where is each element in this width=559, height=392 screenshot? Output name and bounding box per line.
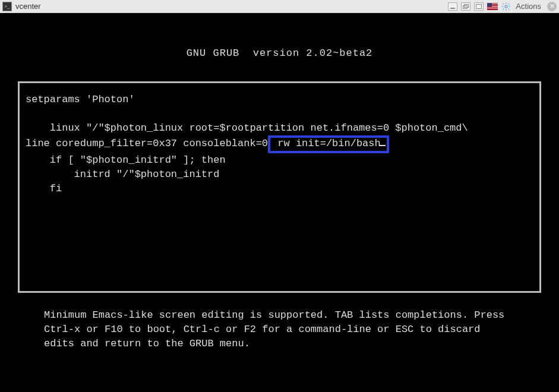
window-title: vcenter xyxy=(15,2,448,11)
grub-line-linux-cont-pre: line coredump_filter=0x37 consoleblank=0 xyxy=(26,138,268,149)
window-titlebar: >_ vcenter Actions ✕ xyxy=(0,0,559,13)
grub-footer-help: Minimum Emacs-like screen editing is sup… xyxy=(44,308,515,351)
actions-menu[interactable]: Actions xyxy=(516,2,541,11)
kernel-params-highlight-text: rw init=/bin/bash xyxy=(271,138,381,149)
grub-line-linux: linux "/"$photon_linux root=$rootpartiti… xyxy=(26,122,468,134)
us-flag-icon[interactable] xyxy=(487,3,498,10)
console-app-icon: >_ xyxy=(2,2,12,11)
grub-line-initrd: initrd "/"$photon_initrd xyxy=(26,169,219,180)
close-icon[interactable]: ✕ xyxy=(547,2,557,11)
minimize-icon[interactable] xyxy=(448,2,457,11)
grub-header: GNU GRUB version 2.02~beta2 xyxy=(0,48,559,59)
grub-edit-box[interactable]: setparams 'Photon' linux "/"$photon_linu… xyxy=(18,81,541,293)
grub-line-fi: fi xyxy=(26,183,62,194)
grub-line-if: if [ "$photon_initrd" ]; then xyxy=(26,154,226,166)
kernel-params-highlight: rw init=/bin/bash xyxy=(268,135,389,153)
console-viewport[interactable]: GNU GRUB version 2.02~beta2 setparams 'P… xyxy=(0,13,559,392)
gear-icon[interactable] xyxy=(501,2,511,11)
maximize-icon[interactable] xyxy=(474,2,484,11)
grub-line-setparams: setparams 'Photon' xyxy=(26,94,135,105)
titlebar-controls: Actions ✕ xyxy=(448,2,557,11)
restore-icon[interactable] xyxy=(461,2,470,11)
svg-point-0 xyxy=(505,5,507,8)
text-cursor xyxy=(380,145,386,146)
